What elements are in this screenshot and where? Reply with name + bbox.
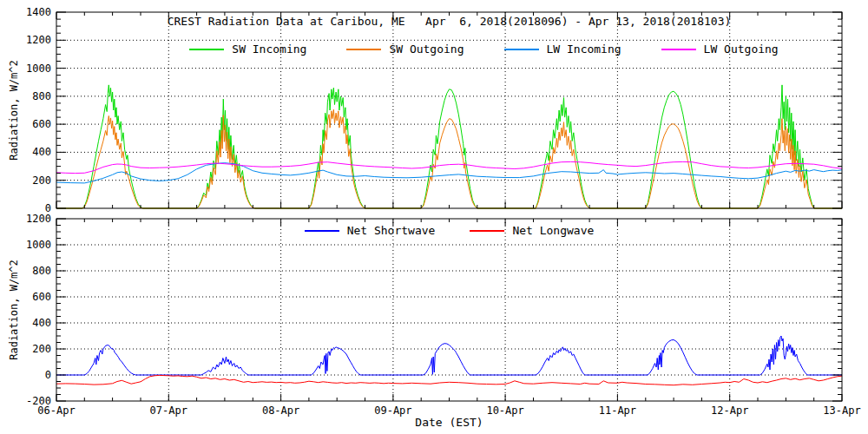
x-tick-label: 07-Apr [150, 404, 187, 417]
y-tick-label: 600 [32, 291, 51, 303]
y-tick-label: 1000 [26, 239, 51, 251]
legend-label: LW Outgoing [704, 43, 779, 56]
y-tick-label: 1400 [26, 6, 51, 18]
y-axis-label-top: Radiation, W/m^2 [8, 60, 20, 161]
x-tick-label: 08-Apr [262, 404, 299, 417]
y-tick-label: 200 [32, 343, 51, 355]
legend-item-sw-outgoing: SW Outgoing [346, 43, 464, 56]
x-axis-label: Date (EST) [56, 416, 842, 429]
y-tick-label: 600 [32, 118, 51, 130]
x-tick-label: 12-Apr [711, 404, 748, 417]
y-tick-label: 400 [32, 317, 51, 329]
y-tick-label: 800 [32, 90, 51, 102]
legend-top: SW Incoming SW Outgoing LW Incoming LW O… [56, 43, 868, 56]
net-shortwave-line-swatch [305, 230, 339, 232]
y-tick-label: 1000 [26, 62, 51, 75]
y-tick-label: 200 [32, 174, 51, 187]
x-tick-label: 10-Apr [486, 404, 523, 417]
y-tick-label: 1200 [26, 34, 51, 46]
x-tick-label: 06-Apr [37, 404, 75, 417]
sw-incoming-line-swatch [189, 49, 224, 50]
y-tick-label: 0 [45, 369, 51, 381]
radiation-chart: 0200400600800100012001400-20002004006008… [0, 0, 868, 434]
y-tick-label: 400 [32, 146, 51, 158]
sw-outgoing-line-swatch [346, 49, 381, 50]
legend-item-lw-outgoing: LW Outgoing [661, 43, 779, 56]
y-tick-label: 800 [32, 265, 51, 277]
net-longwave-line-swatch [470, 230, 504, 232]
legend-item-lw-incoming: LW Incoming [504, 43, 621, 56]
legend-label: Net Shortwave [347, 224, 436, 237]
legend-label: SW Incoming [232, 43, 306, 56]
legend-item-net-longwave: Net Longwave [470, 224, 594, 237]
x-tick-label: 13-Apr [823, 404, 860, 417]
legend-label: LW Incoming [547, 43, 621, 56]
y-axis-label-bottom: Radiation, W/m^2 [8, 260, 20, 360]
plot-canvas: 0200400600800100012001400-20002004006008… [0, 0, 868, 434]
legend-bottom: Net Shortwave Net Longwave [56, 224, 842, 237]
legend-item-net-shortwave: Net Shortwave [305, 224, 436, 237]
chart-title: CREST Radiation Data at Caribou, ME Apr … [56, 15, 842, 28]
legend-label: SW Outgoing [389, 43, 464, 56]
lw-incoming-line-swatch [504, 49, 539, 50]
lw-outgoing-line-swatch [661, 49, 696, 50]
x-tick-label: 11-Apr [599, 404, 636, 417]
legend-label: Net Longwave [512, 224, 594, 237]
legend-item-sw-incoming: SW Incoming [189, 43, 306, 56]
y-tick-label: 1200 [26, 213, 51, 225]
x-tick-label: 09-Apr [374, 404, 411, 417]
